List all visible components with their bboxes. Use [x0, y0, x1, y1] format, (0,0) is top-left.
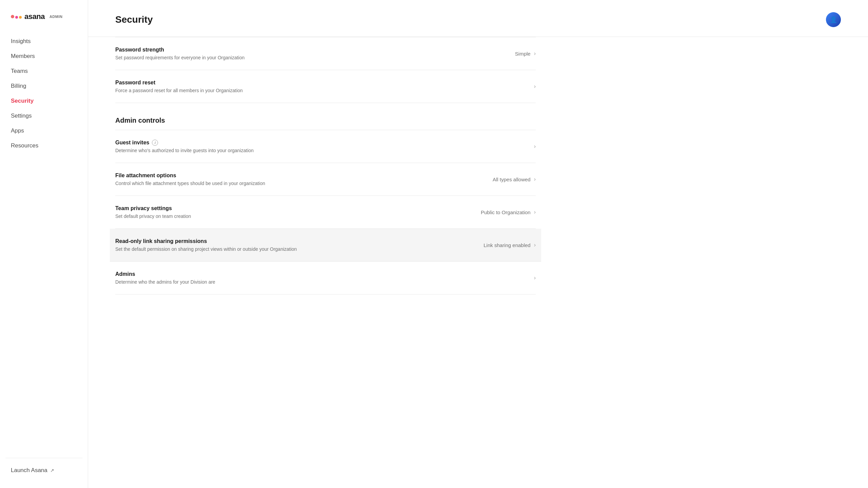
password-reset-chevron-icon: ›: [534, 83, 536, 89]
page-header: Security 👤: [88, 0, 868, 37]
guest-invites-right: ›: [534, 143, 536, 149]
sidebar-item-security[interactable]: Security: [5, 94, 82, 108]
team-privacy-title: Team privacy settings: [115, 205, 481, 211]
asana-wordmark: asana: [24, 12, 45, 21]
dot-red: [11, 15, 14, 18]
asana-dots-icon: [11, 15, 22, 19]
avatar-image: 👤: [826, 12, 841, 27]
password-strength-desc: Set password requirements for everyone i…: [115, 55, 515, 60]
password-strength-left: Password strength Set password requireme…: [115, 47, 515, 60]
dot-pink: [15, 16, 18, 19]
read-only-link-chevron-icon: ›: [534, 242, 536, 248]
team-privacy-value: Public to Organization: [481, 209, 531, 215]
team-privacy-left: Team privacy settings Set default privac…: [115, 205, 481, 219]
guest-invites-title: Guest invites i: [115, 140, 534, 146]
sidebar-item-billing[interactable]: Billing: [5, 79, 82, 93]
sidebar-divider: [5, 458, 82, 458]
password-strength-row[interactable]: Password strength Set password requireme…: [115, 37, 536, 70]
sidebar-item-members[interactable]: Members: [5, 49, 82, 63]
password-reset-row[interactable]: Password reset Force a password reset fo…: [115, 70, 536, 103]
password-reset-left: Password reset Force a password reset fo…: [115, 80, 534, 93]
page-title: Security: [115, 14, 153, 25]
user-avatar[interactable]: 👤: [826, 12, 841, 27]
file-attachment-title: File attachment options: [115, 172, 493, 179]
sidebar-item-insights[interactable]: Insights: [5, 35, 82, 48]
sidebar: asana ADMIN Insights Members Teams Billi…: [0, 0, 88, 488]
read-only-link-value: Link sharing enabled: [484, 242, 530, 248]
password-strength-right: Simple ›: [515, 50, 536, 57]
guest-invites-chevron-icon: ›: [534, 143, 536, 149]
guest-invites-info-icon[interactable]: i: [152, 140, 158, 146]
password-section: Password strength Set password requireme…: [115, 37, 536, 103]
admin-controls-section: Admin controls Guest invites i Determine…: [115, 103, 536, 294]
file-attachment-desc: Control which file attachment types shou…: [115, 181, 493, 186]
sidebar-item-teams[interactable]: Teams: [5, 64, 82, 78]
password-reset-right: ›: [534, 83, 536, 89]
admins-right: ›: [534, 275, 536, 281]
guest-invites-desc: Determine who's authorized to invite gue…: [115, 148, 534, 153]
admins-desc: Determine who the admins for your Divisi…: [115, 279, 534, 285]
read-only-link-row[interactable]: Read-only link sharing permissions Set t…: [110, 229, 541, 262]
admin-controls-title: Admin controls: [115, 103, 536, 130]
password-reset-title: Password reset: [115, 80, 534, 86]
admins-left: Admins Determine who the admins for your…: [115, 271, 534, 285]
team-privacy-desc: Set default privacy on team creation: [115, 214, 481, 219]
admin-badge: ADMIN: [50, 15, 63, 19]
read-only-link-desc: Set the default permission on sharing pr…: [115, 246, 484, 252]
read-only-link-right: Link sharing enabled ›: [484, 242, 536, 248]
file-attachment-left: File attachment options Control which fi…: [115, 172, 493, 186]
team-privacy-chevron-icon: ›: [534, 209, 536, 215]
password-reset-desc: Force a password reset for all members i…: [115, 88, 534, 93]
read-only-link-left: Read-only link sharing permissions Set t…: [115, 238, 484, 252]
sidebar-item-resources[interactable]: Resources: [5, 139, 82, 152]
password-strength-value: Simple: [515, 51, 531, 57]
launch-asana-link[interactable]: Launch Asana ↗: [5, 464, 82, 477]
file-attachment-value: All types allowed: [493, 177, 531, 182]
sidebar-item-apps[interactable]: Apps: [5, 124, 82, 138]
team-privacy-right: Public to Organization ›: [481, 209, 536, 215]
team-privacy-row[interactable]: Team privacy settings Set default privac…: [115, 196, 536, 229]
logo-area: asana ADMIN: [0, 0, 88, 35]
password-strength-title: Password strength: [115, 47, 515, 53]
read-only-link-title: Read-only link sharing permissions: [115, 238, 484, 244]
file-attachment-chevron-icon: ›: [534, 176, 536, 182]
main-content: Security 👤 Password strength Set passwor…: [88, 0, 868, 488]
guest-invites-row[interactable]: Guest invites i Determine who's authoriz…: [115, 130, 536, 163]
guest-invites-left: Guest invites i Determine who's authoriz…: [115, 140, 534, 153]
sidebar-nav: Insights Members Teams Billing Security …: [0, 35, 88, 452]
dot-orange: [19, 16, 22, 19]
file-attachment-right: All types allowed ›: [493, 176, 536, 182]
external-link-icon: ↗: [50, 468, 54, 473]
launch-asana-label: Launch Asana: [11, 467, 47, 474]
file-attachment-row[interactable]: File attachment options Control which fi…: [115, 163, 536, 196]
admins-row[interactable]: Admins Determine who the admins for your…: [115, 262, 536, 294]
content-area: Password strength Set password requireme…: [88, 37, 563, 315]
admins-chevron-icon: ›: [534, 275, 536, 281]
asana-logo: asana ADMIN: [11, 12, 62, 21]
password-strength-chevron-icon: ›: [534, 50, 536, 57]
admins-title: Admins: [115, 271, 534, 277]
sidebar-item-settings[interactable]: Settings: [5, 109, 82, 123]
